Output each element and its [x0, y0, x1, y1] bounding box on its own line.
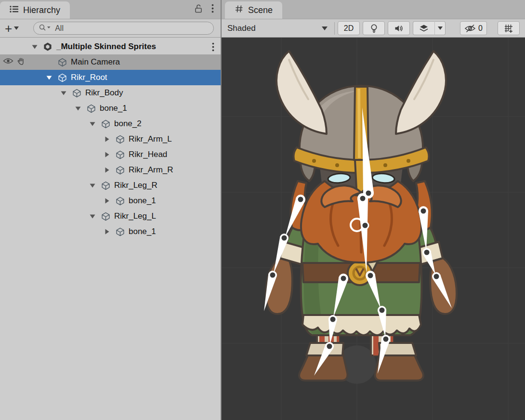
visibility-gutter: [0, 70, 28, 85]
visibility-gutter: [0, 147, 28, 162]
collapse-toggle-icon[interactable]: [57, 90, 70, 96]
tab-scene[interactable]: Scene: [225, 1, 282, 19]
bone-joint[interactable]: [298, 197, 303, 202]
panel-menu-kebab-icon[interactable]: [211, 4, 214, 15]
create-object-button[interactable]: +: [5, 23, 19, 34]
tree-row-rikr_leg_r[interactable]: Rikr_Leg_R: [0, 178, 221, 193]
hierarchy-tree: _Multiple Skinned SpritesMain CameraRikr…: [0, 38, 221, 420]
draw-mode-dropdown[interactable]: Shaded: [225, 21, 331, 36]
tree-row-rikr_body[interactable]: Rikr_Body: [0, 85, 221, 101]
collapse-toggle-icon[interactable]: [86, 213, 99, 219]
bone-joint[interactable]: [341, 276, 346, 281]
grid-settings-button[interactable]: [498, 21, 520, 35]
item-label: Main Camera: [71, 57, 120, 67]
tree-row-rikr_root[interactable]: Rikr_Root: [0, 70, 221, 85]
collapse-toggle-icon[interactable]: [71, 105, 85, 111]
expand-toggle-icon[interactable]: [100, 197, 114, 204]
bone-joint[interactable]: [421, 209, 426, 214]
picking-hand-icon[interactable]: [17, 57, 26, 68]
bone-joint[interactable]: [363, 223, 368, 228]
expand-toggle-icon[interactable]: [100, 228, 114, 235]
tab-hierarchy-label: Hierarchy: [23, 5, 60, 15]
bone-joint[interactable]: [360, 196, 366, 201]
hidden-objects-button[interactable]: 0: [460, 21, 487, 35]
collapse-toggle-icon[interactable]: [86, 183, 99, 188]
scene-grid-icon: [235, 4, 244, 16]
collapse-toggle-icon[interactable]: [86, 121, 99, 127]
collapse-toggle-icon[interactable]: [42, 75, 56, 80]
search-icon: [39, 24, 52, 33]
tree-row-_multiple-skinned-sprites[interactable]: _Multiple Skinned Sprites: [0, 39, 221, 54]
bone-joint[interactable]: [380, 308, 385, 313]
bone-joint[interactable]: [424, 250, 430, 255]
2d-toggle-button[interactable]: 2D: [338, 21, 360, 35]
item-label: Rikr_Leg_R: [114, 181, 158, 190]
gameobject-cube-icon: [114, 166, 126, 175]
lightbulb-icon: [369, 24, 379, 33]
visibility-gutter: [0, 178, 28, 193]
item-label: Rikr_Body: [85, 88, 123, 98]
bone-joint[interactable]: [366, 191, 371, 196]
lock-icon[interactable]: [194, 4, 203, 15]
expand-toggle-icon[interactable]: [100, 136, 114, 143]
item-label: Rikr_Root: [71, 73, 107, 82]
bone-joint[interactable]: [270, 273, 276, 278]
scene-effects-split-button: [413, 21, 446, 35]
chevron-down-icon: [14, 26, 19, 30]
scene-effects-dropdown-arrow[interactable]: [435, 21, 446, 35]
collapse-toggle-icon[interactable]: [28, 44, 41, 50]
bone-joint[interactable]: [327, 344, 332, 349]
search-placeholder: All: [55, 24, 64, 33]
unity-editor: Hierarchy + All _M: [0, 0, 525, 420]
gameobject-cube-icon: [85, 104, 97, 113]
item-label: bone_1: [129, 227, 156, 236]
scene-effects-button[interactable]: [413, 21, 435, 35]
expand-toggle-icon[interactable]: [100, 151, 114, 158]
visibility-gutter: [0, 162, 28, 178]
bone-joint[interactable]: [434, 274, 439, 279]
bone-joint[interactable]: [368, 273, 373, 278]
tree-row-bone_1[interactable]: bone_1: [0, 101, 221, 116]
eye-slash-icon: [464, 24, 476, 33]
item-label: bone_1: [129, 196, 156, 206]
grid-settings-icon: [504, 24, 513, 33]
tree-row-bone_2[interactable]: bone_2: [0, 116, 221, 131]
plus-icon: +: [5, 23, 12, 34]
toolbar-divider: [334, 22, 335, 35]
scene-options-kebab-icon[interactable]: [212, 42, 214, 52]
bone-joint[interactable]: [383, 337, 389, 342]
hierarchy-tab-actions: [194, 0, 221, 19]
tree-row-rikr_head[interactable]: Rikr_Head: [0, 147, 221, 162]
bone-joint[interactable]: [282, 236, 287, 241]
item-label: _Multiple Skinned Sprites: [56, 42, 156, 52]
tree-row-bone_1[interactable]: bone_1: [0, 224, 221, 239]
gameobject-cube-icon: [114, 135, 126, 144]
tab-hierarchy[interactable]: Hierarchy: [0, 1, 70, 19]
scene-view[interactable]: [222, 38, 525, 420]
scene-tab-bar: Scene: [222, 0, 525, 19]
gameobject-cube-icon: [114, 197, 126, 206]
tree-row-rikr_leg_l[interactable]: Rikr_Leg_L: [0, 209, 221, 224]
tree-row-main-camera[interactable]: Main Camera: [0, 54, 221, 70]
visibility-gutter: [0, 193, 28, 209]
gameobject-cube-icon: [99, 181, 112, 190]
scene-audio-button[interactable]: [388, 21, 410, 35]
scene-lighting-button[interactable]: [363, 21, 385, 35]
tree-row-rikr_arm_l[interactable]: Rikr_Arm_L: [0, 131, 221, 147]
gameobject-cube-icon: [114, 150, 126, 159]
expand-toggle-icon[interactable]: [100, 167, 114, 173]
hierarchy-search-field[interactable]: All: [33, 22, 214, 35]
unity-scene-icon: [41, 42, 54, 52]
item-label: bone_2: [114, 119, 142, 129]
chevron-down-icon: [438, 26, 443, 30]
speaker-icon: [394, 24, 404, 33]
tree-row-bone_1[interactable]: bone_1: [0, 193, 221, 209]
scene-canvas: [222, 38, 525, 420]
visibility-eye-icon[interactable]: [3, 57, 13, 67]
tree-row-rikr_arm_r[interactable]: Rikr_Arm_R: [0, 162, 221, 178]
item-label: Rikr_Leg_L: [114, 211, 156, 221]
bone-joint[interactable]: [330, 317, 336, 322]
hierarchy-toolbar: + All: [0, 19, 221, 38]
visibility-gutter: [0, 39, 28, 54]
visibility-gutter: [0, 54, 28, 70]
